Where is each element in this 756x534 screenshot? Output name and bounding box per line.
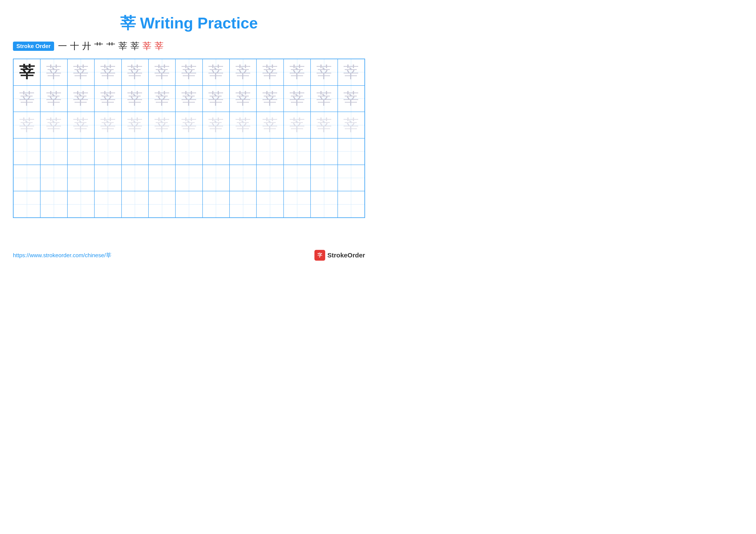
grid-cell-r2c9: 莘 [230,86,256,112]
footer-logo: 字 StrokeOrder [314,250,365,261]
grid-cell-r4c1[interactable] [14,138,40,165]
char-r2c1: 莘 [19,88,35,109]
grid-cell-r4c3[interactable] [68,138,94,165]
char-r2c6: 莘 [154,88,170,109]
char-r1c13: 莘 [343,62,359,83]
grid-cell-r3c10: 莘 [256,112,284,138]
char-r2c10: 莘 [262,88,278,109]
grid-cell-r3c2: 莘 [40,112,67,138]
grid-cell-r3c3: 莘 [68,112,94,138]
grid-cell-r5c2[interactable] [40,165,67,191]
grid-cell-r2c2: 莘 [40,86,67,112]
grid-cell-r1c7: 莘 [176,59,202,86]
grid-cell-r5c7[interactable] [176,165,202,191]
grid-cell-r5c6[interactable] [148,165,176,191]
char-r3c5: 莘 [127,115,143,136]
grid-cell-r3c6: 莘 [148,112,176,138]
grid-cell-r6c12[interactable] [310,191,338,217]
char-r1c9: 莘 [235,62,251,83]
grid-cell-r6c7[interactable] [176,191,202,217]
grid-cell-r6c1[interactable] [14,191,40,217]
grid-cell-r4c12[interactable] [310,138,338,165]
grid-cell-r6c5[interactable] [122,191,148,217]
char-r1c1: 莘 [19,62,35,83]
stroke-2: 十 [70,40,79,52]
grid-cell-r2c4: 莘 [94,86,121,112]
grid-cell-r2c10: 莘 [256,86,284,112]
stroke-5: 艹 [106,40,115,52]
grid-cell-r5c3[interactable] [68,165,94,191]
char-r1c6: 莘 [154,62,170,83]
stroke-sequence: 一 十 廾 艹 艹 莘 莘 莘 莘 [58,40,164,52]
grid-cell-r5c1[interactable] [14,165,40,191]
grid-cell-r3c12: 莘 [310,112,338,138]
grid-cell-r5c11[interactable] [284,165,310,191]
grid-cell-r2c12: 莘 [310,86,338,112]
grid-cell-r4c11[interactable] [284,138,310,165]
char-r3c1: 莘 [19,115,35,136]
grid-cell-r6c9[interactable] [230,191,256,217]
char-r2c5: 莘 [127,88,143,109]
grid-cell-r4c5[interactable] [122,138,148,165]
grid-cell-r6c13[interactable] [338,191,364,217]
char-r1c2: 莘 [46,62,62,83]
stroke-9: 莘 [154,40,164,52]
grid-cell-r4c7[interactable] [176,138,202,165]
char-r2c7: 莘 [181,88,197,109]
char-r3c12: 莘 [316,115,332,136]
char-r1c12: 莘 [316,62,332,83]
grid-cell-r5c12[interactable] [310,165,338,191]
char-r2c13: 莘 [343,88,359,109]
grid-cell-r1c5: 莘 [122,59,148,86]
grid-cell-r4c6[interactable] [148,138,176,165]
grid-cell-r2c6: 莘 [148,86,176,112]
stroke-3: 廾 [82,40,91,52]
stroke-order-badge: Stroke Order [13,41,54,51]
grid-cell-r6c8[interactable] [202,191,230,217]
grid-cell-r4c8[interactable] [202,138,230,165]
grid-cell-r5c13[interactable] [338,165,364,191]
char-r3c2: 莘 [46,115,62,136]
char-r3c3: 莘 [73,115,89,136]
stroke-4: 艹 [94,40,103,52]
grid-cell-r1c2: 莘 [40,59,67,86]
grid-cell-r4c2[interactable] [40,138,67,165]
char-r1c7: 莘 [181,62,197,83]
grid-cell-r1c11: 莘 [284,59,310,86]
char-r2c2: 莘 [46,88,62,109]
grid-cell-r5c5[interactable] [122,165,148,191]
grid-cell-r3c7: 莘 [176,112,202,138]
footer-url[interactable]: https://www.strokeorder.com/chinese/莘 [13,252,111,259]
char-r3c4: 莘 [100,115,116,136]
grid-cell-r4c10[interactable] [256,138,284,165]
grid-cell-r5c10[interactable] [256,165,284,191]
grid-cell-r6c3[interactable] [68,191,94,217]
grid-cell-r6c4[interactable] [94,191,121,217]
char-r1c11: 莘 [289,62,305,83]
grid-cell-r6c11[interactable] [284,191,310,217]
grid-cell-r1c4: 莘 [94,59,121,86]
grid-cell-r6c6[interactable] [148,191,176,217]
footer-logo-text: StrokeOrder [327,252,365,259]
char-r1c10: 莘 [262,62,278,83]
char-r2c11: 莘 [289,88,305,109]
grid-cell-r2c1: 莘 [14,86,40,112]
page: 莘 Writing Practice Stroke Order 一 十 廾 艹 … [0,0,378,267]
grid-cell-r3c8: 莘 [202,112,230,138]
grid-cell-r2c8: 莘 [202,86,230,112]
grid-cell-r4c4[interactable] [94,138,121,165]
char-r3c7: 莘 [181,115,197,136]
grid-cell-r3c1: 莘 [14,112,40,138]
char-r1c3: 莘 [73,62,89,83]
grid-cell-r6c2[interactable] [40,191,67,217]
grid-cell-r5c4[interactable] [94,165,121,191]
grid-cell-r5c8[interactable] [202,165,230,191]
grid-cell-r6c10[interactable] [256,191,284,217]
grid-cell-r5c9[interactable] [230,165,256,191]
char-r3c10: 莘 [262,115,278,136]
grid-cell-r4c13[interactable] [338,138,364,165]
grid-cell-r3c11: 莘 [284,112,310,138]
grid-cell-r4c9[interactable] [230,138,256,165]
stroke-8: 莘 [143,40,151,52]
stroke-1: 一 [58,40,67,52]
